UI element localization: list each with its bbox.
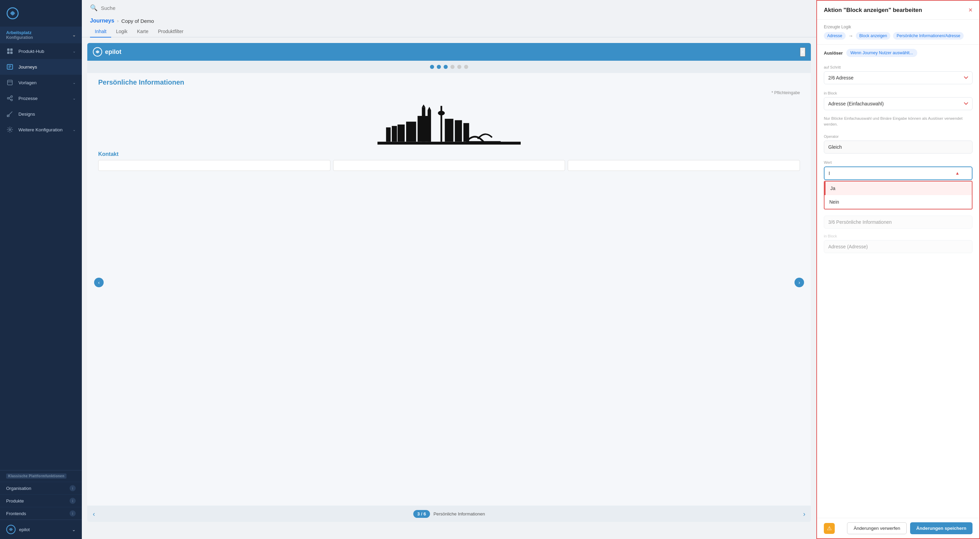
- ausloeser-chip[interactable]: Wenn Journey Nutzer auswählt...: [846, 49, 917, 57]
- journey-modal: epilot × ‹ › Persönliche Informationen *…: [87, 43, 811, 522]
- wert-label: Wert: [824, 160, 972, 164]
- contact-field-3[interactable]: [568, 160, 800, 171]
- logic-chip-adresse: Adresse: [824, 32, 846, 40]
- tab-inhalt[interactable]: Inhalt: [90, 26, 111, 38]
- tab-karte[interactable]: Karte: [132, 26, 153, 38]
- organisation-info-icon: i: [70, 485, 76, 491]
- workspace-sublabel: Konfiguration: [6, 35, 33, 40]
- produkte-label: Produkte: [6, 498, 24, 504]
- svg-marker-21: [422, 104, 425, 107]
- sidebar-nav: Produkt-Hub ⌄ Journeys Vorlagen ⌄ Prozes…: [0, 43, 82, 137]
- svg-rect-28: [386, 127, 390, 142]
- ausloeser-label: Auslöser: [824, 51, 843, 56]
- discard-button[interactable]: Änderungen verwerfen: [847, 522, 907, 534]
- in-block-select[interactable]: Adresse (Einfachauswahl): [824, 97, 972, 110]
- wert-dropdown: Ja Nein: [824, 181, 972, 209]
- classic-platform-item[interactable]: Klassische Plattformfunktionen: [0, 470, 82, 482]
- sidebar-logo-area: [0, 0, 82, 27]
- svg-rect-32: [455, 120, 462, 142]
- breadcrumb-current: Copy of Demo: [121, 18, 154, 24]
- auf-schritt-select[interactable]: 2/6 Adresse: [824, 71, 972, 84]
- journey-section-title: Persönliche Informationen: [98, 78, 800, 86]
- hint-text: Nur Blöcke Einfachauswahl und Binäre Ein…: [817, 113, 979, 131]
- sidebar-item-designs[interactable]: Designs: [0, 106, 82, 122]
- prev-step-button[interactable]: ‹: [94, 278, 103, 287]
- svg-rect-25: [406, 122, 416, 142]
- close-panel-button[interactable]: ×: [969, 6, 972, 14]
- bottom-logo-chevron: ⌄: [72, 527, 76, 532]
- sidebar-item-produkt-hub[interactable]: Produkt-Hub ⌄: [0, 43, 82, 59]
- sidebar-item-prozesse[interactable]: Prozesse ⌄: [0, 90, 82, 106]
- step-dot-3: [444, 65, 448, 69]
- sidebar-tag-produkte[interactable]: Produkte i: [0, 494, 82, 507]
- sidebar-bottom: Klassische Plattformfunktionen Organisat…: [0, 470, 82, 539]
- weitere-konfiguration-icon: [6, 126, 14, 133]
- frontends-label: Frontends: [6, 511, 26, 516]
- warning-symbol: ⚠: [827, 525, 832, 531]
- tab-produktfilter[interactable]: Produktfilter: [153, 26, 188, 38]
- svg-point-13: [11, 99, 13, 101]
- sidebar-item-vorlagen[interactable]: Vorlagen ⌄: [0, 75, 82, 90]
- sidebar-tag-frontends[interactable]: Frontends i: [0, 507, 82, 520]
- logic-section: Erzeugte Logik Adresse → Block anzeigen …: [817, 20, 979, 45]
- journey-close-button[interactable]: ×: [800, 48, 805, 57]
- contact-field-1[interactable]: [98, 160, 331, 171]
- sidebar-item-journeys[interactable]: Journeys: [0, 59, 82, 75]
- epilot-bottom-logo[interactable]: epilot ⌄: [0, 520, 82, 539]
- right-panel-title: Aktion "Block anzeigen" bearbeiten: [824, 7, 922, 14]
- weitere-konfiguration-chevron: ⌄: [73, 128, 76, 132]
- right-panel: Aktion "Block anzeigen" bearbeiten × Erz…: [816, 0, 980, 539]
- organisation-label: Organisation: [6, 486, 31, 491]
- workspace-chevron: ⌄: [72, 33, 76, 38]
- app-logo[interactable]: [6, 7, 19, 20]
- next-step-button[interactable]: ›: [794, 278, 804, 287]
- svg-rect-27: [392, 126, 397, 142]
- sidebar-item-label-prozesse: Prozesse: [18, 96, 38, 101]
- step-dot-1: [430, 65, 434, 69]
- svg-rect-2: [10, 48, 13, 51]
- search-bar: 🔍: [82, 0, 816, 16]
- tab-logik[interactable]: Logik: [111, 26, 132, 38]
- journey-logo-text: epilot: [105, 48, 121, 56]
- right-panel-header: Aktion "Block anzeigen" bearbeiten ×: [817, 1, 979, 20]
- warning-icon: ⚠: [824, 523, 835, 534]
- sidebar-item-weitere-konfiguration[interactable]: Weitere Konfiguration ⌄: [0, 122, 82, 137]
- sidebar-item-label-produkt-hub: Produkt-Hub: [18, 49, 45, 54]
- auf-schritt-wrapper: 2/6 Adresse: [824, 71, 972, 84]
- contact-field-2[interactable]: [333, 160, 565, 171]
- workspace-section-header[interactable]: Arbeitsplatz Konfiguration ⌄: [0, 27, 82, 43]
- svg-rect-24: [418, 116, 431, 142]
- save-button[interactable]: Änderungen speichern: [910, 522, 972, 534]
- step-dot-6: [464, 65, 468, 69]
- in-block-wrapper: Adresse (Einfachauswahl): [824, 97, 972, 110]
- journey-preview-area: epilot × ‹ › Persönliche Informationen *…: [82, 38, 816, 539]
- dropdown-option-nein[interactable]: Nein: [824, 195, 972, 209]
- svg-line-15: [9, 99, 11, 100]
- search-input[interactable]: [101, 5, 169, 11]
- wert-input[interactable]: I ▲: [824, 166, 972, 180]
- auf-schritt-label: auf Schritt: [824, 65, 972, 69]
- breadcrumb-separator: ›: [117, 18, 119, 24]
- sidebar-item-label-weitere-konfiguration: Weitere Konfiguration: [18, 127, 63, 132]
- wert-field: Wert I ▲ Ja Nein: [817, 157, 979, 213]
- grayed-in-block-label: in Block: [824, 234, 972, 238]
- panel-footer: ⚠ Änderungen verwerfen Änderungen speich…: [817, 518, 979, 538]
- dropdown-option-ja[interactable]: Ja: [824, 182, 972, 195]
- frontends-info-icon: i: [70, 510, 76, 517]
- produkte-info-icon: i: [70, 498, 76, 504]
- journey-modal-header: epilot ×: [87, 43, 811, 61]
- classic-badge: Klassische Plattformfunktionen: [6, 474, 67, 478]
- bottom-prev-btn[interactable]: ‹: [93, 510, 95, 518]
- operator-label: Operator: [824, 134, 972, 139]
- breadcrumb-parent[interactable]: Journeys: [90, 18, 114, 24]
- svg-rect-31: [445, 119, 453, 142]
- logic-chip-persoenliche: Persönliche Informationen/Adresse: [893, 32, 964, 40]
- logic-flow: Adresse → Block anzeigen Persönliche Inf…: [824, 32, 972, 40]
- sidebar-tag-organisation[interactable]: Organisation i: [0, 482, 82, 494]
- auf-schritt-field: auf Schritt 2/6 Adresse: [817, 62, 979, 88]
- sidebar: Arbeitsplatz Konfiguration ⌄ Produkt-Hub…: [0, 0, 82, 539]
- svg-line-14: [9, 97, 11, 98]
- bottom-next-btn[interactable]: ›: [803, 510, 805, 518]
- grayed-in-block-section: in Block Adresse (Adresse): [817, 231, 979, 256]
- wert-chevron-icon: ▲: [955, 171, 959, 176]
